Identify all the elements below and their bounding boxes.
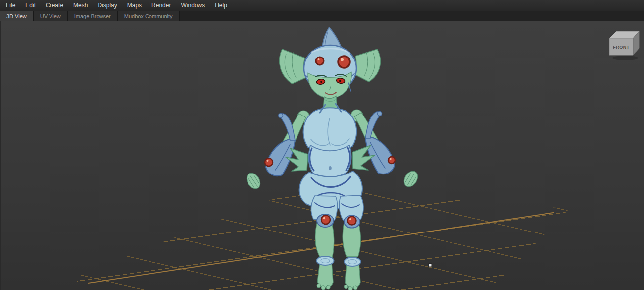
helmet-gem-left (316, 57, 324, 65)
left-arm (244, 111, 309, 191)
menu-help[interactable]: Help (210, 0, 232, 10)
legs (311, 195, 363, 290)
left-hand (244, 171, 263, 191)
helmet-gem-right (338, 56, 350, 68)
ankle-cuff-right (345, 257, 361, 266)
point-marker[interactable] (429, 264, 432, 267)
menu-file[interactable]: File (1, 0, 20, 10)
tab-bar: 3D View UV View Image Browser Mudbox Com… (0, 11, 644, 21)
menu-edit[interactable]: Edit (20, 0, 41, 10)
menu-create[interactable]: Create (41, 0, 68, 10)
left-gauntlet-gem (265, 158, 273, 166)
menu-mesh[interactable]: Mesh (68, 0, 93, 10)
menu-maps[interactable]: Maps (122, 0, 147, 10)
menu-display[interactable]: Display (93, 0, 122, 10)
knee-gem-left (321, 215, 330, 224)
tab-image-browser[interactable]: Image Browser (68, 11, 118, 21)
knee-gem-right (348, 217, 356, 225)
left-gauntlet (266, 138, 295, 176)
right-hand (401, 169, 420, 189)
navel (329, 166, 332, 170)
menu-windows[interactable]: Windows (176, 0, 210, 10)
tab-mudbox-community[interactable]: Mudbox Community (118, 11, 180, 21)
viewport-3d[interactable]: FRONT (0, 21, 644, 290)
view-cube-shadow (612, 56, 638, 60)
tab-uv-view[interactable]: UV View (34, 11, 68, 21)
scene-canvas (0, 21, 644, 290)
view-cube-front-label: FRONT (613, 45, 630, 50)
view-cube[interactable]: FRONT (604, 27, 642, 62)
mudbox-window: File Edit Create Mesh Display Maps Rende… (0, 0, 644, 290)
right-gauntlet (365, 136, 395, 174)
right-gauntlet-gem (388, 157, 395, 164)
foot-right (345, 263, 360, 288)
tab-3d-view[interactable]: 3D View (0, 11, 34, 21)
character-model[interactable] (244, 27, 420, 290)
ankle-cuff-left (317, 256, 334, 265)
menu-bar: File Edit Create Mesh Display Maps Rende… (0, 0, 644, 11)
menu-render[interactable]: Render (147, 0, 176, 10)
